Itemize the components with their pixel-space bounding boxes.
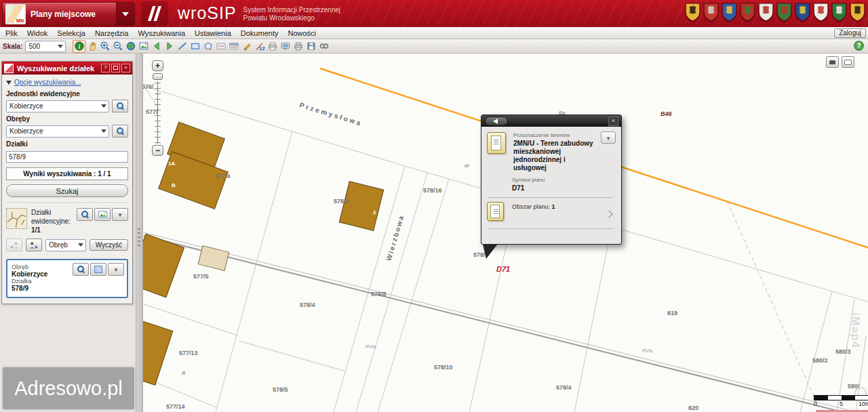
results-image-button[interactable] <box>94 208 111 221</box>
identify-popup: × Przeznaczenie terenów 2MN/U - Teren za… <box>481 115 622 245</box>
popup-collapse-button[interactable]: ▾ <box>601 131 616 144</box>
zoom-out-icon[interactable] <box>111 40 124 53</box>
chevron-right-icon[interactable] <box>605 210 612 218</box>
panel-splitter[interactable] <box>136 54 143 412</box>
zoom-rectangle-icon[interactable] <box>189 40 201 53</box>
measure-card-2-icon[interactable] <box>227 40 240 53</box>
svg-text:12: 12 <box>259 45 264 52</box>
jednostki-search-button[interactable] <box>112 100 128 112</box>
coat-of-arms-2 <box>703 3 719 22</box>
layer-selector-dropdown-arrow[interactable] <box>116 3 134 25</box>
splitter-grip-icon[interactable] <box>138 228 140 246</box>
map-label-57714: 577/14 <box>166 403 185 410</box>
zoom-in-button[interactable]: + <box>152 60 163 71</box>
popup-tool-button[interactable] <box>842 56 854 68</box>
measure-line-icon[interactable] <box>176 40 189 53</box>
next-view-icon[interactable] <box>163 40 176 53</box>
previous-view-icon[interactable] <box>150 40 163 53</box>
menu-item-ustawienia[interactable]: Ustawienia <box>195 28 241 38</box>
popup-divider <box>488 197 613 198</box>
search-options-link[interactable]: Opcje wyszukiwania... <box>14 79 81 86</box>
previous-result-button[interactable] <box>6 239 22 251</box>
popup-back-button[interactable] <box>485 117 508 126</box>
pan-icon[interactable] <box>85 40 98 53</box>
results-summary: Wyniki wyszukiwania : 1 / 1 <box>6 167 128 180</box>
map-label-5803: 580/3 <box>835 348 851 355</box>
map-label-D71: D71 <box>496 265 510 273</box>
measure-card-1-icon[interactable] <box>214 40 227 53</box>
coat-of-arms-3 <box>722 3 737 22</box>
print-map-icon[interactable] <box>292 40 304 53</box>
map-label-B46: B46 <box>660 110 672 117</box>
jednostki-select[interactable]: Kobierzyce <box>6 100 109 112</box>
map-label-5785: 578/5 <box>273 386 288 393</box>
document-icon <box>487 202 504 221</box>
dzialki-input[interactable] <box>6 151 128 163</box>
panel-close-icon[interactable]: × <box>121 64 130 73</box>
zoom-in-icon[interactable] <box>98 40 111 53</box>
magnifier-icon <box>81 210 90 219</box>
help-icon[interactable]: ? <box>854 41 864 51</box>
card-extent-button[interactable] <box>90 263 106 276</box>
scope-select[interactable]: Obręb <box>45 239 86 251</box>
chevron-down-icon: ▾ <box>115 266 118 273</box>
next-result-button[interactable] <box>26 239 42 251</box>
popup-area-row[interactable]: Obszar planu: 1 <box>487 202 614 224</box>
zoom-to-results-button[interactable] <box>77 208 93 221</box>
permalink-icon[interactable] <box>317 40 330 53</box>
menu-item-widok[interactable]: Widok <box>27 28 58 38</box>
comment-tool-button[interactable] <box>826 56 839 68</box>
result-card[interactable]: Obręb Kobierzyce Działka 578/9 ▾ <box>6 259 128 298</box>
layer-selector-label: Plany miejscowe <box>31 9 116 19</box>
scale-select[interactable]: 500 <box>25 41 66 52</box>
map-label-2: 2 <box>373 209 376 215</box>
magnifier-icon <box>116 127 125 136</box>
popup-field2-value: D71 <box>512 184 599 192</box>
panel-help-icon[interactable]: ? <box>101 64 110 73</box>
results-more-button[interactable]: ▾ <box>112 208 128 221</box>
card-zoom-button[interactable] <box>73 263 89 276</box>
map-canvas[interactable]: PrzemysłowaWierzbowa576/577/577/41AB578/… <box>143 54 868 412</box>
map-corner-tools <box>826 56 854 68</box>
menu-item-selekcja[interactable]: Selekcja <box>57 28 95 38</box>
panel-restore-icon[interactable] <box>111 64 120 73</box>
map-label-5784: 578/4 <box>300 302 315 308</box>
layer-thumbnail <box>6 208 27 229</box>
menu-item-narzdzia[interactable]: Narzędzia <box>95 28 138 38</box>
obreby-select[interactable]: Kobierzyce <box>6 125 109 138</box>
measure-angle-icon[interactable]: 12 <box>253 40 266 53</box>
next-result-icon <box>28 241 40 250</box>
coat-of-arms-1 <box>685 3 701 22</box>
menu-item-plik[interactable]: Plik <box>5 28 27 38</box>
draw-pencil-icon[interactable] <box>240 40 253 53</box>
zoom-selection-icon[interactable] <box>137 40 150 53</box>
login-button[interactable]: Zaloguj <box>834 28 866 38</box>
menu-item-dokumenty[interactable]: Dokumenty <box>241 28 288 38</box>
zoom-slider-track[interactable] <box>155 81 161 144</box>
imap-watermark: iMap4 <box>848 312 862 348</box>
chevron-down-icon: ▾ <box>119 211 122 218</box>
menu-item-wyszukiwania[interactable]: Wyszukiwania <box>138 28 195 38</box>
zoom-out-button[interactable]: − <box>152 145 163 156</box>
select-polygon-icon[interactable] <box>201 40 214 53</box>
scale-end-label: 10m <box>859 400 868 407</box>
card-more-button[interactable]: ▾ <box>108 263 124 276</box>
print-icon[interactable] <box>266 40 279 53</box>
map-label-57816: 578/16 <box>423 187 442 194</box>
identify-icon[interactable]: i <box>73 40 85 53</box>
save-icon[interactable] <box>304 40 317 53</box>
clear-button[interactable]: Wyczyść <box>90 239 128 251</box>
search-button[interactable]: Szukaj <box>6 184 128 197</box>
obreby-search-button[interactable] <box>112 125 128 138</box>
screen-capture-icon[interactable] <box>279 40 292 53</box>
options-collapse-icon[interactable] <box>6 81 12 85</box>
menu-item-nowoci[interactable]: Nowości <box>288 28 326 38</box>
layer-selector[interactable]: MN Plany miejscowe <box>2 2 135 26</box>
popup-close-icon[interactable]: × <box>608 117 618 126</box>
map-label-1A: 1A <box>168 161 175 167</box>
dzialki-label: Działki <box>6 140 128 148</box>
zoom-slider-handle[interactable] <box>153 73 163 80</box>
full-extent-icon[interactable] <box>124 40 137 53</box>
popup-body: Przeznaczenie terenów 2MN/U - Teren zabu… <box>481 127 621 229</box>
extent-icon <box>94 266 102 273</box>
